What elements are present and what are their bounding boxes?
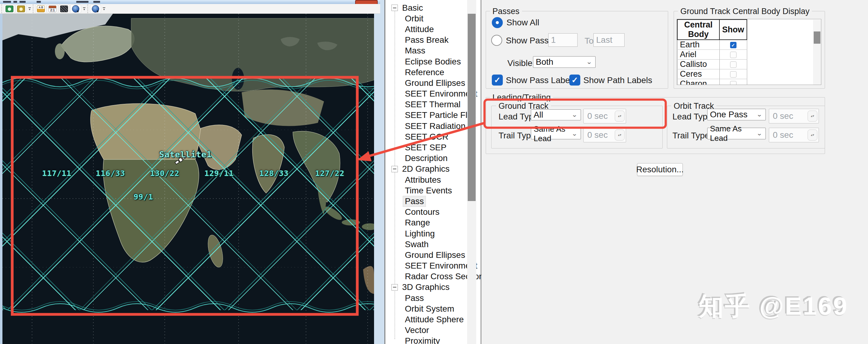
- pass-label: 127/22: [315, 169, 344, 178]
- tree-item-label: Orbit: [403, 13, 425, 24]
- tree-item-lighting[interactable]: Lighting: [385, 228, 463, 239]
- central-body-column-header: Central Body: [677, 20, 719, 40]
- ot-lead-duration-spinner[interactable]: 0 sec ▴▾: [769, 109, 819, 123]
- tree-item-2d-graphics[interactable]: 2D Graphics: [385, 164, 463, 174]
- show-all-radio[interactable]: [492, 17, 503, 28]
- tree-item-pass-break[interactable]: Pass Break: [385, 35, 463, 46]
- tree-item-orbit[interactable]: Orbit: [385, 13, 463, 24]
- tree-item-basic[interactable]: Basic: [385, 2, 463, 13]
- pass-label: 128/33: [259, 169, 289, 178]
- tree-item-ground-ellipses[interactable]: Ground Ellipses: [385, 250, 463, 260]
- tree-item-seet-radiation[interactable]: SEET Radiation: [385, 121, 463, 132]
- globe-projection-button[interactable]: [70, 5, 81, 13]
- tree-item-label: Pass: [403, 293, 426, 304]
- tree-item-attitude-sphere[interactable]: Attitude Sphere: [385, 314, 463, 325]
- duration-spinner-icon[interactable]: ▴▾: [808, 130, 817, 141]
- show-checkbox-checked[interactable]: ✓: [730, 42, 737, 48]
- tree-item-attitude[interactable]: Attitude: [385, 24, 463, 34]
- central-body-show-cell: [719, 60, 747, 69]
- show-path-labels-checkbox[interactable]: ✓: [569, 75, 580, 86]
- tree-item-swath[interactable]: Swath: [385, 239, 463, 250]
- tree-item-eclipse-bodies[interactable]: Eclipse Bodies: [385, 56, 463, 67]
- gt-lead-type-value: All: [534, 110, 543, 120]
- show-checkbox[interactable]: [730, 61, 737, 68]
- titlebar-fragment: [13, 1, 17, 3]
- show-column-header: Show: [719, 20, 747, 40]
- globe-view-button[interactable]: [90, 5, 101, 13]
- toolbar-overflow-icon[interactable]: [102, 5, 106, 12]
- tree-item-pass[interactable]: Pass: [385, 293, 463, 304]
- tree-item-label: Ground Ellipses: [403, 78, 467, 88]
- central-body-name-cell: Callisto: [677, 60, 719, 69]
- collapse-minus-icon[interactable]: [392, 166, 398, 172]
- tree-item-proximity[interactable]: Proximity: [385, 336, 463, 344]
- toolbar-overflow-icon[interactable]: [28, 5, 31, 12]
- duration-spinner-icon[interactable]: ▴▾: [615, 111, 624, 122]
- central-body-row: Earth✓: [677, 40, 747, 50]
- tree-item-vector[interactable]: Vector: [385, 325, 463, 336]
- tree-item-3d-graphics[interactable]: 3D Graphics: [385, 282, 463, 293]
- gt-lead-type-select[interactable]: All ⌄: [531, 109, 581, 120]
- resolution-button[interactable]: Resolution...: [637, 163, 683, 176]
- titlebar-fragment: [20, 1, 26, 3]
- tree-item-seet-gcr[interactable]: SEET GCR: [385, 132, 463, 142]
- pass-from-input[interactable]: 1: [548, 33, 578, 47]
- central-body-show-cell: [719, 79, 747, 85]
- tree-item-ground-ellipses[interactable]: Ground Ellipses: [385, 78, 463, 88]
- central-body-name-cell: Ceres: [677, 69, 719, 79]
- visible-select[interactable]: Both ⌄: [533, 56, 595, 68]
- duration-spinner-icon[interactable]: ▴▾: [615, 130, 624, 141]
- tree-item-reference[interactable]: Reference: [385, 67, 463, 78]
- tree-item-seet-particle-flux[interactable]: SEET Particle Flux: [385, 110, 463, 121]
- show-all-label: Show All: [506, 18, 539, 28]
- tree-item-attributes[interactable]: Attributes: [385, 174, 463, 185]
- central-body-scrollbar-thumb[interactable]: [814, 31, 820, 44]
- tree-item-range[interactable]: Range: [385, 218, 463, 228]
- visible-label: Visible: [507, 58, 532, 68]
- show-pass-from-radio[interactable]: [491, 35, 502, 46]
- show-checkbox[interactable]: [730, 81, 737, 85]
- map-canvas[interactable]: Satellite1 117/11116/33130/22129/11128/3…: [2, 14, 374, 344]
- ot-trail-duration-spinner[interactable]: 0 sec ▴▾: [769, 128, 819, 142]
- map-2d-window: Satellite1 117/11116/33130/22129/11128/3…: [0, 0, 380, 344]
- duration-spinner-icon[interactable]: ▴▾: [808, 111, 817, 122]
- tree-item-seet-environment[interactable]: SEET Environment: [385, 89, 463, 99]
- gt-trail-type-select[interactable]: Same As Lead ⌄: [531, 128, 581, 139]
- tree-item-time-events[interactable]: Time Events: [385, 185, 463, 196]
- tree-scrollbar[interactable]: [467, 0, 476, 344]
- tree-item-seet-sep[interactable]: SEET SEP: [385, 142, 463, 153]
- tree-item-pass[interactable]: Pass: [385, 196, 463, 206]
- ot-trail-type-select[interactable]: Same As Lead ⌄: [707, 128, 766, 139]
- tree-item-mass[interactable]: Mass: [385, 46, 463, 56]
- ot-lead-type-select[interactable]: One Pass ⌄: [707, 109, 766, 120]
- map-window-close-button[interactable]: [355, 0, 378, 4]
- gt-trail-duration-spinner[interactable]: 0 sec ▴▾: [583, 128, 626, 142]
- pass-to-input[interactable]: Last: [593, 33, 624, 47]
- measure-ruler-button[interactable]: [35, 5, 46, 13]
- tree-item-seet-thermal[interactable]: SEET Thermal: [385, 99, 463, 110]
- toolbar-overflow-icon[interactable]: [82, 5, 86, 12]
- tree-item-label: Range: [403, 218, 432, 228]
- tree-item-radar-cross-section[interactable]: Radar Cross Section: [385, 271, 463, 282]
- globe-view-icon: [92, 5, 99, 12]
- video-record-camera-button[interactable]: [16, 5, 27, 13]
- map-scale-button[interactable]: [47, 5, 58, 13]
- central-body-scrollbar[interactable]: [813, 20, 821, 85]
- collapse-minus-icon[interactable]: [392, 5, 398, 11]
- show-checkbox[interactable]: [730, 52, 737, 58]
- gt-lead-duration-spinner[interactable]: 0 sec ▴▾: [583, 109, 626, 123]
- tree-item-orbit-system[interactable]: Orbit System: [385, 304, 463, 314]
- titlebar-fragment: [76, 1, 89, 3]
- collapse-minus-icon[interactable]: [392, 284, 398, 290]
- show-pass-labels-checkbox[interactable]: ✓: [492, 75, 503, 86]
- tree-item-description[interactable]: Description: [385, 153, 463, 164]
- show-checkbox[interactable]: [730, 71, 737, 78]
- tree-item-contours[interactable]: Contours: [385, 207, 463, 218]
- tree-scrollbar-thumb[interactable]: [468, 14, 476, 201]
- snapshot-camera-button[interactable]: [4, 5, 15, 13]
- gt-trail-duration-value: 0 sec: [587, 130, 608, 140]
- pass-label: 129/11: [205, 169, 234, 178]
- tree-item-seet-environment[interactable]: SEET Environment: [385, 261, 463, 271]
- tree-item-label: Time Events: [403, 185, 454, 196]
- texture-map-button[interactable]: [59, 5, 69, 13]
